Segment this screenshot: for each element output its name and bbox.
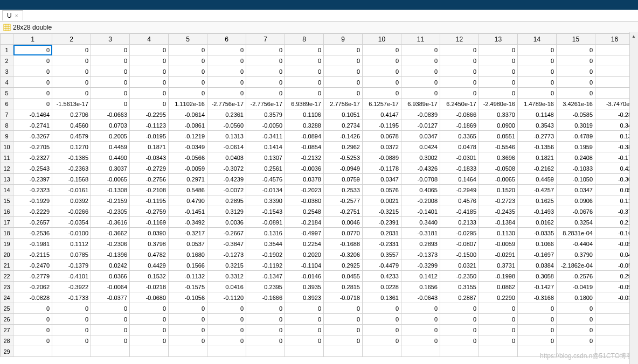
data-cell[interactable]: -0.2759 [130, 206, 169, 217]
data-cell[interactable]: 0 [557, 55, 595, 66]
data-cell[interactable]: 0 [285, 335, 324, 346]
data-cell[interactable]: 0.3544 [246, 239, 285, 249]
data-cell[interactable]: 0 [52, 325, 91, 335]
data-cell[interactable]: -0.0335 [518, 228, 557, 239]
data-cell[interactable]: 0.2706 [52, 109, 91, 120]
data-cell[interactable]: -0.2751 [324, 206, 363, 217]
data-cell[interactable]: 0 [324, 88, 363, 99]
data-cell[interactable] [595, 303, 634, 314]
data-cell[interactable]: 0.0537 [169, 239, 207, 249]
data-cell[interactable]: 0.2361 [207, 109, 246, 120]
data-cell[interactable]: -0.1056 [169, 292, 207, 303]
data-cell[interactable]: -0.1998 [479, 271, 518, 282]
data-cell[interactable]: 0.0228 [363, 282, 401, 292]
data-cell[interactable]: 0 [479, 303, 518, 314]
data-cell[interactable]: 0 [130, 66, 169, 77]
data-cell[interactable]: -0.2470 [13, 260, 52, 271]
data-cell[interactable]: 0.2133 [440, 217, 479, 228]
data-cell[interactable] [52, 346, 91, 357]
data-cell[interactable]: -0.5253 [324, 152, 363, 163]
data-cell[interactable]: 0 [479, 55, 518, 66]
data-cell[interactable] [595, 88, 634, 99]
data-cell[interactable]: -0.2543 [13, 163, 52, 174]
data-cell[interactable]: 0 [518, 55, 557, 66]
row-header[interactable]: 5 [1, 88, 13, 99]
data-cell[interactable]: -0.2184 [285, 217, 324, 228]
data-cell[interactable]: -0.1385 [52, 152, 91, 163]
data-cell[interactable] [595, 325, 634, 335]
data-cell[interactable]: -0.1688 [324, 239, 363, 249]
data-cell[interactable]: 0 [440, 45, 479, 55]
data-cell[interactable]: -0.0680 [130, 292, 169, 303]
data-cell[interactable]: 0 [207, 66, 246, 77]
row-header[interactable]: 21 [1, 260, 13, 271]
data-cell[interactable]: -0.2729 [130, 163, 169, 174]
data-cell[interactable]: 0.2887 [440, 292, 479, 303]
data-cell[interactable]: -0.0807 [440, 239, 479, 249]
data-cell[interactable]: 0 [557, 45, 595, 55]
data-cell[interactable]: 0 [207, 303, 246, 314]
data-cell[interactable] [595, 45, 634, 55]
data-cell[interactable]: -0.1384 [479, 217, 518, 228]
data-cell[interactable]: -0.0889 [363, 152, 401, 163]
column-header[interactable]: 4 [130, 34, 169, 45]
data-cell[interactable]: -0.4239 [207, 174, 246, 185]
row-header[interactable]: 25 [1, 303, 13, 314]
data-cell[interactable]: 0.3790 [557, 249, 595, 260]
column-header[interactable]: 7 [246, 34, 285, 45]
column-header[interactable]: 10 [363, 34, 401, 45]
data-cell[interactable] [595, 66, 634, 77]
data-cell[interactable]: 0 [285, 77, 324, 88]
data-cell[interactable]: -0.0854 [285, 142, 324, 152]
data-cell[interactable]: 0 [324, 55, 363, 66]
data-cell[interactable]: 0 [363, 45, 401, 55]
data-cell[interactable]: 0.1464 [440, 174, 479, 185]
data-cell[interactable]: 0.3365 [440, 131, 479, 142]
data-cell[interactable]: 0 [130, 45, 169, 55]
data-cell[interactable]: 0 [401, 55, 440, 66]
data-cell[interactable]: -0.2115 [13, 249, 52, 260]
data-cell[interactable]: 0 [285, 45, 324, 55]
data-grid[interactable]: 12345678910111213141516 1000000000000000… [0, 33, 638, 364]
data-cell[interactable]: 0.0372 [363, 142, 401, 152]
data-cell[interactable]: 6.9389e-17 [401, 99, 440, 109]
data-cell[interactable]: 0 [13, 314, 52, 325]
row-header[interactable]: 26 [1, 314, 13, 325]
data-cell[interactable]: -0.1178 [363, 163, 401, 174]
data-cell[interactable]: 0 [518, 66, 557, 77]
scroll-up-icon[interactable]: ▲ [630, 32, 637, 40]
data-cell[interactable]: -0.4404 [557, 239, 595, 249]
data-cell[interactable]: -0.2435 [479, 206, 518, 217]
data-cell[interactable]: 0 [13, 325, 52, 335]
data-cell[interactable]: -0.0614 [169, 109, 207, 120]
data-cell[interactable]: 0 [285, 66, 324, 77]
data-cell[interactable]: 0 [557, 335, 595, 346]
data-cell[interactable]: 0.4490 [91, 152, 130, 163]
data-cell[interactable]: 0.3019 [557, 120, 595, 131]
data-cell[interactable]: -0.2350 [440, 271, 479, 282]
data-cell[interactable]: -3.7470e- [595, 99, 634, 109]
data-cell[interactable]: 0 [169, 314, 207, 325]
data-cell[interactable]: 0 [557, 303, 595, 314]
data-cell[interactable]: -0.3217 [169, 228, 207, 239]
data-cell[interactable]: -0.0949 [324, 163, 363, 174]
data-cell[interactable]: 0 [91, 335, 130, 346]
data-cell[interactable]: 0.1800 [557, 292, 595, 303]
data-cell[interactable]: 0.4459 [91, 142, 130, 152]
data-cell[interactable]: -0.2391 [363, 217, 401, 228]
data-cell[interactable]: 0.1680 [169, 249, 207, 260]
data-cell[interactable]: 0 [130, 77, 169, 88]
data-cell[interactable]: 0 [285, 303, 324, 314]
data-cell[interactable]: -2.7756e-17 [246, 99, 285, 109]
data-cell[interactable]: 0 [324, 314, 363, 325]
data-cell[interactable]: 0 [557, 325, 595, 335]
data-cell[interactable]: -0.2397 [13, 174, 52, 185]
data-cell[interactable]: 0.2561 [246, 163, 285, 174]
data-cell[interactable]: -0.3847 [207, 239, 246, 249]
data-cell[interactable]: -0.3411 [246, 131, 285, 142]
data-cell[interactable]: 0 [130, 335, 169, 346]
data-cell[interactable]: 0 [363, 55, 401, 66]
data-cell[interactable]: -1.5613e-17 [52, 99, 91, 109]
data-cell[interactable]: 0.3798 [130, 239, 169, 249]
data-cell[interactable]: 0 [285, 314, 324, 325]
